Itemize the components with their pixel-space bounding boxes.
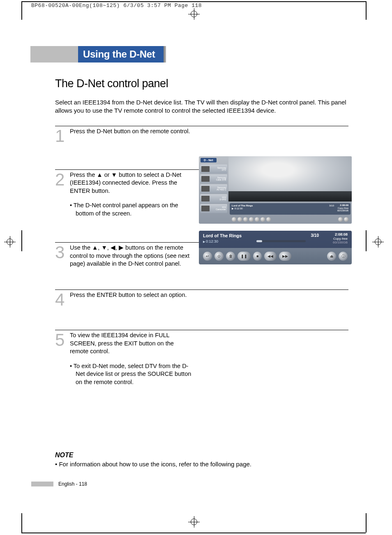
intro-paragraph: Select an IEEE1394 from the D-Net device… bbox=[55, 98, 348, 115]
title-grey-bar bbox=[30, 46, 78, 63]
registration-mark-icon bbox=[372, 236, 384, 248]
registration-mark-icon bbox=[188, 8, 200, 20]
crop-mark bbox=[21, 513, 22, 533]
title-shadow bbox=[165, 46, 166, 63]
step-number: 1 bbox=[55, 127, 70, 145]
footer-bar bbox=[31, 482, 53, 486]
step-text: Press the ▲ or ▼ button to select a D-Ne… bbox=[70, 171, 193, 195]
print-header-meta: BP68-00520A-00Eng(108~125) 6/3/05 3:57 P… bbox=[31, 2, 202, 9]
device-item: SamsungDTV bbox=[200, 164, 227, 174]
eject-icon: ⏏ bbox=[327, 252, 336, 261]
media-meta: 2:08:08 Copy-free 60/100GB bbox=[333, 232, 348, 245]
crop-mark bbox=[21, 1, 366, 2]
step-4: 4 Press the ENTER button to select an op… bbox=[55, 290, 348, 308]
crop-mark bbox=[21, 230, 22, 251]
step-bullet: The D-Net control panel appears on the b… bbox=[70, 201, 193, 218]
crop-mark bbox=[366, 230, 367, 251]
device-list: SamsungDTV SamsungCable STB SamsungAV HD… bbox=[200, 164, 227, 214]
playback-info-bar: Lord of The Rings 0:12:30 3/10 2:08:08 C… bbox=[199, 231, 352, 248]
device-item: SamsungCable STB bbox=[200, 174, 227, 183]
stop-icon: ■ bbox=[253, 252, 262, 261]
control-panel-mini: Lord of The Rings ▶ 0:12:30 3/10 2:08:08… bbox=[230, 203, 350, 215]
note-heading: NOTE bbox=[55, 452, 326, 459]
back-icon: ↩ bbox=[203, 252, 212, 261]
rewind-icon bbox=[261, 217, 265, 222]
crop-mark bbox=[366, 513, 367, 533]
crop-mark bbox=[21, 533, 366, 533]
page-footer: English - 118 bbox=[31, 481, 87, 487]
step-text: Press the D-Net button on the remote con… bbox=[70, 127, 193, 145]
rewind-icon: ◀◀ bbox=[264, 252, 277, 261]
crop-mark bbox=[21, 1, 22, 20]
track-count: 3/10 bbox=[311, 233, 319, 238]
step-text: To view the IEEE1394 device in FULL SCRE… bbox=[70, 331, 193, 356]
step-text: Press the ENTER button to select an opti… bbox=[70, 291, 193, 308]
step-number: 4 bbox=[55, 291, 70, 308]
device-item: XXXCamcorder bbox=[200, 204, 227, 213]
device-item: XXXD-VHS bbox=[200, 194, 227, 203]
delete-icon bbox=[243, 217, 248, 222]
record-icon bbox=[238, 217, 242, 222]
media-title: Lord of The Rings bbox=[203, 233, 348, 238]
page-subtitle: The D-Net control panel bbox=[55, 77, 348, 90]
step-1: 1 Press the D-Net button on the remote c… bbox=[55, 126, 348, 145]
dnet-header-label: D - Net bbox=[201, 158, 217, 162]
delete-icon: 🗑 bbox=[226, 252, 235, 261]
control-buttons-row: ↩ ⊙ 🗑 ❚❚ ■ ◀◀ ▶▶ ⏏ ⓘ bbox=[199, 248, 352, 264]
control-row-mini bbox=[230, 216, 350, 222]
step-bullet: To exit D-Net mode, select DTV from the … bbox=[70, 362, 193, 387]
pause-icon: ❚❚ bbox=[238, 252, 251, 261]
back-icon bbox=[232, 217, 236, 222]
stop-icon bbox=[255, 217, 259, 222]
progress-bar bbox=[256, 240, 306, 242]
step-5: 5 To view the IEEE1394 device in FULL SC… bbox=[55, 330, 348, 386]
tv-screenshot-full: D - Net SamsungDTV SamsungCable STB Sams… bbox=[199, 156, 352, 224]
device-item: SamsungAV HDD 1 bbox=[200, 184, 227, 193]
step-text: Use the ▲, ▼, ◀, ▶ buttons on the remote… bbox=[70, 244, 193, 268]
registration-mark-icon bbox=[4, 236, 16, 248]
crop-mark bbox=[366, 1, 367, 20]
pause-icon bbox=[249, 217, 254, 222]
forward-icon bbox=[266, 217, 271, 222]
step-number: 5 bbox=[55, 331, 70, 386]
control-panel-enlarged: Lord of The Rings 0:12:30 3/10 2:08:08 C… bbox=[199, 231, 352, 264]
note-text: • For information about how to use the i… bbox=[55, 461, 326, 468]
footer-text: English - 118 bbox=[58, 481, 87, 487]
step-number: 3 bbox=[55, 244, 70, 268]
record-icon: ⊙ bbox=[214, 252, 224, 261]
registration-mark-icon bbox=[188, 516, 200, 528]
section-title-block: Using the D-Net bbox=[55, 46, 348, 63]
info-icon bbox=[344, 217, 348, 222]
tv-background-image bbox=[228, 156, 352, 201]
info-icon: ⓘ bbox=[339, 252, 348, 261]
note-block: NOTE • For information about how to use … bbox=[55, 452, 326, 468]
eject-icon bbox=[338, 217, 343, 222]
section-title: Using the D-Net bbox=[78, 46, 165, 63]
forward-icon: ▶▶ bbox=[279, 252, 291, 261]
step-number: 2 bbox=[55, 171, 70, 218]
